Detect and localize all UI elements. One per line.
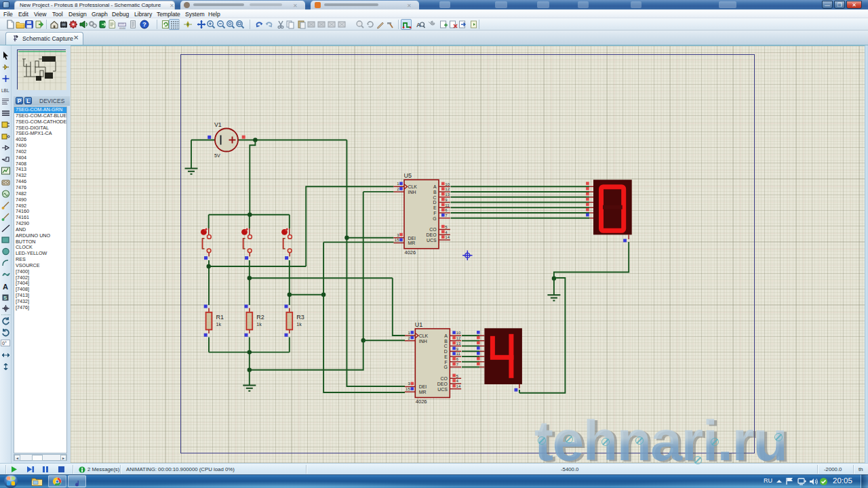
svg-text:CLK: CLK (419, 333, 429, 338)
svg-text:1: 1 (408, 331, 410, 335)
svg-text:1k: 1k (216, 322, 222, 327)
svg-text:A: A (433, 184, 437, 189)
svg-text:CO: CO (440, 376, 448, 381)
svg-text:UCS: UCS (437, 387, 448, 392)
svg-text:B: B (444, 339, 448, 344)
svg-text:CLK: CLK (408, 184, 418, 189)
svg-text:14: 14 (456, 384, 461, 388)
svg-text:6: 6 (456, 357, 459, 361)
svg-text:UCS: UCS (427, 238, 437, 243)
svg-text:0044: 0044 (119, 26, 126, 30)
svg-text:1: 1 (397, 182, 399, 186)
svg-text:D: D (433, 200, 437, 205)
svg-text:DEO: DEO (437, 382, 448, 386)
svg-text:3: 3 (408, 382, 410, 386)
svg-text:DEO: DEO (427, 232, 437, 237)
svg-text:MR: MR (419, 390, 427, 394)
svg-text:5V: 5V (214, 153, 220, 158)
svg-text:?: ? (142, 20, 146, 28)
svg-text:9: 9 (445, 198, 448, 202)
svg-text:V1: V1 (214, 121, 222, 128)
svg-text:A: A (3, 283, 8, 291)
svg-text:7: 7 (445, 214, 448, 218)
svg-text:B: B (433, 190, 437, 195)
svg-text:F: F (433, 211, 436, 216)
svg-text:R3: R3 (296, 314, 304, 321)
svg-text:12: 12 (445, 187, 450, 191)
svg-text:4: 4 (445, 230, 448, 235)
svg-text:G: G (443, 365, 447, 369)
svg-text:4026: 4026 (416, 399, 427, 405)
svg-text:5: 5 (456, 374, 459, 378)
svg-text:6: 6 (445, 208, 448, 212)
svg-text:E: E (444, 354, 448, 359)
svg-text:C: C (433, 195, 437, 200)
svg-text:A: A (444, 333, 448, 338)
svg-text:4: 4 (456, 379, 459, 383)
svg-text:11: 11 (456, 352, 461, 356)
svg-text:E: E (433, 205, 437, 210)
svg-text:12: 12 (456, 336, 461, 340)
svg-text:LBL: LBL (1, 88, 9, 93)
svg-text:3: 3 (397, 233, 399, 237)
svg-text:R2: R2 (256, 314, 264, 321)
svg-text:MR: MR (408, 241, 416, 245)
svg-text:2: 2 (408, 336, 410, 340)
svg-text:2: 2 (397, 187, 399, 191)
svg-text:F: F (445, 360, 448, 365)
svg-text:S: S (3, 295, 7, 301)
svg-text:C: C (444, 344, 448, 348)
svg-text:13: 13 (456, 342, 461, 346)
svg-text:INH: INH (419, 339, 427, 344)
svg-text:DEI: DEI (408, 236, 416, 241)
svg-text:4026: 4026 (405, 249, 416, 256)
svg-text:13: 13 (445, 192, 450, 197)
svg-text:5: 5 (445, 225, 448, 229)
svg-text:10: 10 (456, 331, 461, 335)
svg-text:9: 9 (456, 347, 459, 351)
svg-text:CO: CO (429, 227, 437, 232)
svg-text:D: D (444, 349, 448, 354)
svg-text:10: 10 (445, 182, 450, 186)
svg-text:1k: 1k (296, 322, 302, 327)
svg-text:7: 7 (456, 363, 459, 367)
svg-text:G: G (433, 216, 436, 221)
svg-text:R1: R1 (216, 314, 224, 321)
svg-text:INH: INH (408, 190, 416, 195)
svg-text:15: 15 (395, 238, 399, 242)
svg-text:1k: 1k (256, 322, 262, 327)
svg-text:14: 14 (445, 235, 450, 239)
svg-text:11: 11 (445, 203, 450, 207)
svg-text:15: 15 (406, 387, 410, 391)
svg-text:U1: U1 (415, 321, 423, 328)
svg-text:U5: U5 (404, 172, 412, 179)
svg-text:DEI: DEI (419, 384, 427, 389)
